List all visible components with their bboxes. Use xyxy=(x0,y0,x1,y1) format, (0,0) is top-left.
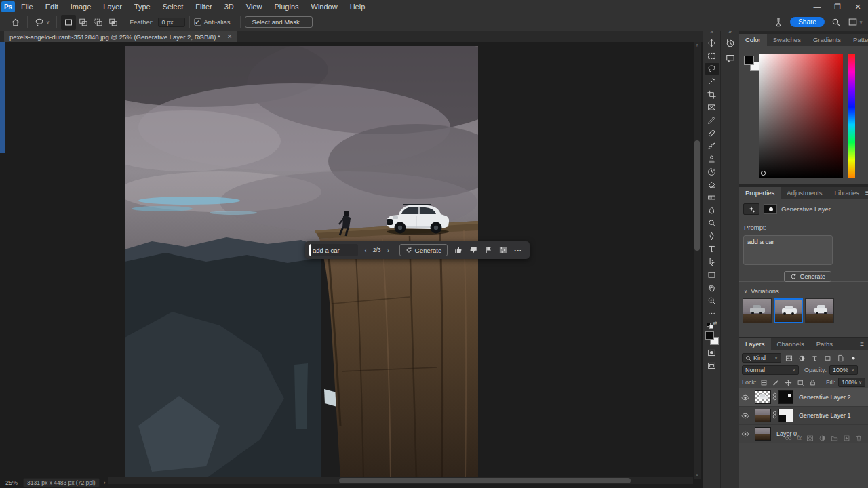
tab-paths[interactable]: Paths xyxy=(810,338,839,350)
minimize-button[interactable]: — xyxy=(807,0,827,14)
hue-slider[interactable] xyxy=(848,54,855,178)
path-selection-tool[interactable] xyxy=(705,256,719,268)
blend-mode-dropdown[interactable]: Normal ∨ xyxy=(742,365,799,375)
brush-tool[interactable] xyxy=(705,140,719,152)
filter-adjustment-layers-icon[interactable] xyxy=(797,353,807,363)
dodge-tool[interactable] xyxy=(705,218,719,229)
variation-thumbnail-2-selected[interactable] xyxy=(774,298,803,323)
layer-thumbnail[interactable] xyxy=(755,409,771,422)
variation-thumbnail-3[interactable] xyxy=(805,298,834,323)
prompt-input[interactable]: add a car xyxy=(309,244,358,256)
edit-toolbar-icon[interactable] xyxy=(705,308,719,319)
menu-plugins[interactable]: Plugins xyxy=(268,0,304,14)
move-tool[interactable] xyxy=(705,37,719,49)
foreground-color-swatch[interactable] xyxy=(705,331,714,340)
saturation-brightness-field[interactable] xyxy=(760,54,843,178)
lock-artboard-icon[interactable] xyxy=(796,378,806,387)
default-colors-icon[interactable]: ⇄ xyxy=(707,323,717,329)
menu-image[interactable]: Image xyxy=(64,0,98,14)
delete-layer-icon[interactable] xyxy=(855,434,863,442)
document-tab[interactable]: pexels-angelo-duranti-3512848.jpg @ 25% … xyxy=(4,31,237,42)
restore-button[interactable]: ❐ xyxy=(827,0,848,14)
opacity-dropdown[interactable]: 100% ∨ xyxy=(829,365,858,375)
feather-input[interactable]: 0 px xyxy=(158,18,185,27)
search-icon[interactable] xyxy=(831,18,841,27)
history-brush-tool[interactable] xyxy=(705,166,719,178)
panel-menu-icon[interactable]: ≡ xyxy=(860,338,864,350)
lock-pixels-icon[interactable] xyxy=(772,378,781,387)
canvas-image[interactable] xyxy=(125,46,478,479)
clone-stamp-tool[interactable] xyxy=(705,153,719,165)
crop-tool[interactable] xyxy=(705,89,719,100)
filter-pixel-layers-icon[interactable] xyxy=(784,353,794,363)
swap-colors-icon[interactable]: ⇄ xyxy=(713,321,717,326)
type-tool[interactable] xyxy=(705,243,719,255)
tab-properties[interactable]: Properties xyxy=(739,187,781,199)
generate-button[interactable]: Generate xyxy=(399,244,448,256)
gradient-tool[interactable] xyxy=(705,192,719,203)
layer-mask-thumbnail[interactable] xyxy=(778,409,793,422)
zoom-tool[interactable] xyxy=(705,295,719,306)
selection-mode-intersect[interactable] xyxy=(106,15,121,30)
shape-tool[interactable] xyxy=(705,269,719,281)
comments-panel-icon[interactable] xyxy=(723,52,738,64)
selection-mode-subtract[interactable] xyxy=(91,15,106,30)
lock-all-icon[interactable] xyxy=(808,378,818,387)
new-group-icon[interactable] xyxy=(831,434,838,442)
filter-smart-objects-icon[interactable] xyxy=(835,353,846,363)
tab-swatches[interactable]: Swatches xyxy=(767,34,807,46)
add-mask-icon[interactable] xyxy=(806,434,814,442)
panel-menu-icon[interactable]: ≡ xyxy=(865,187,868,199)
more-options-icon[interactable]: ••• xyxy=(511,247,526,253)
new-layer-icon[interactable] xyxy=(843,434,850,442)
tab-adjustments[interactable]: Adjustments xyxy=(781,187,828,199)
marquee-tool[interactable] xyxy=(705,50,719,62)
variation-thumbnail-1[interactable] xyxy=(743,298,772,323)
vertical-scrollbar-thumb[interactable] xyxy=(694,140,700,251)
layer-visibility-icon[interactable] xyxy=(739,388,751,406)
selection-mode-new[interactable] xyxy=(61,15,76,30)
thumbs-down-icon[interactable] xyxy=(466,246,481,254)
layer-style-icon[interactable]: fx xyxy=(797,434,802,442)
filter-shape-layers-icon[interactable] xyxy=(823,353,833,363)
color-field-marker[interactable] xyxy=(761,171,766,176)
previous-variation-button[interactable]: ‹ xyxy=(358,247,373,254)
foreground-background-swatches[interactable] xyxy=(705,331,719,346)
vertical-scrollbar[interactable]: ∧ ∨ xyxy=(694,42,701,479)
lock-position-icon[interactable] xyxy=(784,378,793,387)
home-icon[interactable] xyxy=(8,15,23,30)
eyedropper-tool[interactable] xyxy=(705,115,719,126)
layer-filter-kind-dropdown[interactable]: Kind ∨ xyxy=(742,353,781,363)
healing-brush-tool[interactable] xyxy=(705,127,719,139)
lock-transparency-icon[interactable] xyxy=(760,378,769,387)
blur-tool[interactable] xyxy=(705,205,719,216)
eraser-tool[interactable] xyxy=(705,179,719,190)
fill-dropdown[interactable]: 100% ∨ xyxy=(838,378,865,387)
magic-wand-tool[interactable] xyxy=(705,76,719,87)
quick-mask-button[interactable] xyxy=(705,347,719,359)
layer-row-generative-layer-2[interactable]: Generative Layer 2 xyxy=(739,388,868,407)
filter-type-layers-icon[interactable] xyxy=(810,353,820,363)
adjustment-layer-icon[interactable] xyxy=(818,434,826,442)
menu-help[interactable]: Help xyxy=(344,0,372,14)
history-panel-icon[interactable] xyxy=(723,37,738,49)
tab-layers[interactable]: Layers xyxy=(739,338,771,350)
select-and-mask-button[interactable]: Select and Mask... xyxy=(245,16,313,28)
menu-3d[interactable]: 3D xyxy=(218,0,240,14)
status-chevron-icon[interactable]: › xyxy=(104,479,106,486)
menu-filter[interactable]: Filter xyxy=(189,0,218,14)
workspace-switcher[interactable]: ∨ xyxy=(848,18,863,26)
next-variation-button[interactable]: › xyxy=(381,247,396,254)
scroll-up-icon[interactable]: ∧ xyxy=(694,43,701,48)
link-layers-icon[interactable] xyxy=(785,434,792,442)
frame-tool[interactable] xyxy=(705,102,719,113)
tab-close-icon[interactable]: ✕ xyxy=(227,33,233,40)
layer-mask-thumbnail[interactable] xyxy=(778,390,793,404)
menu-type[interactable]: Type xyxy=(128,0,157,14)
foreground-color-swatch[interactable] xyxy=(744,56,754,65)
horizontal-scrollbar[interactable] xyxy=(108,477,693,484)
zoom-level[interactable]: 25% xyxy=(5,479,18,486)
menu-file[interactable]: File xyxy=(15,0,39,14)
selection-mode-add[interactable] xyxy=(76,15,91,30)
beaker-icon[interactable] xyxy=(774,18,783,27)
